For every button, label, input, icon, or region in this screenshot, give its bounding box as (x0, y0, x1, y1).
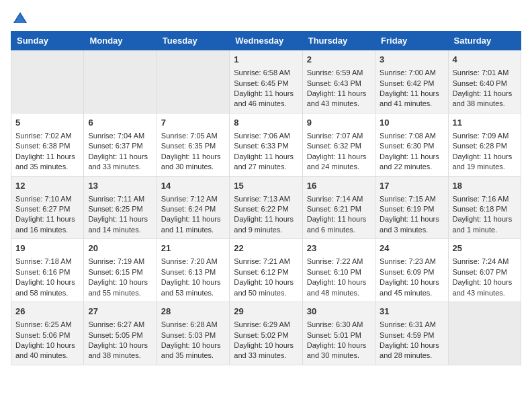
logo-icon (12, 11, 28, 27)
calendar-table: SundayMondayTuesdayWednesdayThursdayFrid… (11, 31, 521, 365)
day-number: 5 (15, 117, 79, 129)
day-info: Sunrise: 6:59 AM Sunset: 6:43 PM Dayligh… (307, 68, 371, 109)
calendar-cell: 2Sunrise: 6:59 AM Sunset: 6:43 PM Daylig… (302, 50, 375, 113)
day-info: Sunrise: 7:14 AM Sunset: 6:21 PM Dayligh… (307, 194, 371, 236)
calendar-cell: 25Sunrise: 7:24 AM Sunset: 6:07 PM Dayli… (448, 239, 521, 302)
day-info: Sunrise: 7:02 AM Sunset: 6:38 PM Dayligh… (15, 131, 79, 173)
day-info: Sunrise: 7:11 AM Sunset: 6:25 PM Dayligh… (88, 194, 152, 236)
weekday-header-saturday: Saturday (448, 32, 521, 50)
calendar-cell: 31Sunrise: 6:31 AM Sunset: 4:59 PM Dayli… (375, 302, 448, 365)
day-info: Sunrise: 6:27 AM Sunset: 5:05 PM Dayligh… (88, 320, 152, 361)
day-number: 10 (380, 117, 443, 129)
day-info: Sunrise: 7:15 AM Sunset: 6:19 PM Dayligh… (380, 194, 443, 236)
calendar-cell: 23Sunrise: 7:22 AM Sunset: 6:10 PM Dayli… (302, 239, 375, 302)
day-info: Sunrise: 6:29 AM Sunset: 5:02 PM Dayligh… (234, 320, 298, 361)
calendar-cell (448, 302, 521, 365)
calendar-cell: 8Sunrise: 7:06 AM Sunset: 6:33 PM Daylig… (230, 113, 302, 176)
day-number: 15 (234, 180, 298, 192)
calendar-cell: 28Sunrise: 6:28 AM Sunset: 5:03 PM Dayli… (157, 302, 229, 365)
day-number: 14 (161, 180, 225, 192)
calendar-cell: 26Sunrise: 6:25 AM Sunset: 5:06 PM Dayli… (11, 302, 84, 365)
calendar-cell: 14Sunrise: 7:12 AM Sunset: 6:24 PM Dayli… (157, 176, 229, 239)
calendar-cell: 9Sunrise: 7:07 AM Sunset: 6:32 PM Daylig… (302, 113, 375, 176)
day-info: Sunrise: 7:16 AM Sunset: 6:18 PM Dayligh… (453, 194, 517, 236)
day-number: 31 (380, 306, 443, 318)
calendar-cell: 11Sunrise: 7:09 AM Sunset: 6:28 PM Dayli… (448, 113, 521, 176)
day-number: 29 (234, 306, 298, 318)
day-number: 12 (15, 180, 79, 192)
calendar-cell: 17Sunrise: 7:15 AM Sunset: 6:19 PM Dayli… (375, 176, 448, 239)
day-number: 2 (307, 54, 371, 66)
day-number: 20 (88, 242, 152, 255)
logo (11, 11, 28, 24)
calendar-cell: 13Sunrise: 7:11 AM Sunset: 6:25 PM Dayli… (84, 176, 157, 239)
calendar-cell: 7Sunrise: 7:05 AM Sunset: 6:35 PM Daylig… (157, 113, 229, 176)
calendar-cell: 29Sunrise: 6:29 AM Sunset: 5:02 PM Dayli… (230, 302, 302, 365)
day-number: 23 (307, 242, 371, 255)
day-number: 30 (307, 306, 371, 318)
day-number: 22 (234, 242, 298, 255)
calendar-cell: 16Sunrise: 7:14 AM Sunset: 6:21 PM Dayli… (302, 176, 375, 239)
day-number: 8 (234, 117, 298, 129)
calendar-cell: 6Sunrise: 7:04 AM Sunset: 6:37 PM Daylig… (84, 113, 157, 176)
day-info: Sunrise: 7:01 AM Sunset: 6:40 PM Dayligh… (453, 68, 517, 109)
calendar-week-3: 19Sunrise: 7:18 AM Sunset: 6:16 PM Dayli… (11, 239, 521, 302)
weekday-header-monday: Monday (84, 32, 157, 50)
weekday-header-thursday: Thursday (302, 32, 375, 50)
day-number: 6 (88, 117, 152, 129)
weekday-header-friday: Friday (375, 32, 448, 50)
calendar-cell (11, 50, 84, 113)
calendar-cell: 22Sunrise: 7:21 AM Sunset: 6:12 PM Dayli… (230, 239, 302, 302)
calendar-week-0: 1Sunrise: 6:58 AM Sunset: 6:45 PM Daylig… (11, 50, 521, 113)
calendar-cell (84, 50, 157, 113)
page-header (11, 11, 521, 24)
day-number: 18 (453, 180, 517, 192)
day-number: 27 (88, 306, 152, 318)
day-number: 26 (15, 306, 79, 318)
calendar-week-1: 5Sunrise: 7:02 AM Sunset: 6:38 PM Daylig… (11, 113, 521, 176)
calendar-header-row: SundayMondayTuesdayWednesdayThursdayFrid… (11, 32, 521, 50)
calendar-cell: 30Sunrise: 6:30 AM Sunset: 5:01 PM Dayli… (302, 302, 375, 365)
day-info: Sunrise: 6:25 AM Sunset: 5:06 PM Dayligh… (15, 320, 79, 361)
day-info: Sunrise: 7:07 AM Sunset: 6:32 PM Dayligh… (307, 131, 371, 173)
day-info: Sunrise: 7:20 AM Sunset: 6:13 PM Dayligh… (161, 257, 225, 298)
day-info: Sunrise: 7:23 AM Sunset: 6:09 PM Dayligh… (380, 257, 443, 298)
day-info: Sunrise: 7:10 AM Sunset: 6:27 PM Dayligh… (15, 194, 79, 236)
day-number: 28 (161, 306, 225, 318)
day-info: Sunrise: 7:24 AM Sunset: 6:07 PM Dayligh… (453, 257, 517, 298)
day-info: Sunrise: 7:19 AM Sunset: 6:15 PM Dayligh… (88, 257, 152, 298)
day-info: Sunrise: 6:31 AM Sunset: 4:59 PM Dayligh… (380, 320, 443, 361)
day-info: Sunrise: 6:58 AM Sunset: 6:45 PM Dayligh… (234, 68, 298, 109)
calendar-cell: 24Sunrise: 7:23 AM Sunset: 6:09 PM Dayli… (375, 239, 448, 302)
day-info: Sunrise: 7:21 AM Sunset: 6:12 PM Dayligh… (234, 257, 298, 298)
day-info: Sunrise: 7:00 AM Sunset: 6:42 PM Dayligh… (380, 68, 443, 109)
calendar-cell (157, 50, 229, 113)
calendar-cell: 10Sunrise: 7:08 AM Sunset: 6:30 PM Dayli… (375, 113, 448, 176)
weekday-header-tuesday: Tuesday (157, 32, 229, 50)
day-number: 17 (380, 180, 443, 192)
calendar-cell: 12Sunrise: 7:10 AM Sunset: 6:27 PM Dayli… (11, 176, 84, 239)
day-number: 21 (161, 242, 225, 255)
weekday-header-sunday: Sunday (11, 32, 84, 50)
day-info: Sunrise: 7:12 AM Sunset: 6:24 PM Dayligh… (161, 194, 225, 236)
calendar-cell: 3Sunrise: 7:00 AM Sunset: 6:42 PM Daylig… (375, 50, 448, 113)
day-number: 11 (453, 117, 517, 129)
day-info: Sunrise: 6:30 AM Sunset: 5:01 PM Dayligh… (307, 320, 371, 361)
day-number: 16 (307, 180, 371, 192)
calendar-cell: 4Sunrise: 7:01 AM Sunset: 6:40 PM Daylig… (448, 50, 521, 113)
day-info: Sunrise: 7:04 AM Sunset: 6:37 PM Dayligh… (88, 131, 152, 173)
calendar-cell: 15Sunrise: 7:13 AM Sunset: 6:22 PM Dayli… (230, 176, 302, 239)
day-number: 7 (161, 117, 225, 129)
calendar-cell: 19Sunrise: 7:18 AM Sunset: 6:16 PM Dayli… (11, 239, 84, 302)
calendar-cell: 21Sunrise: 7:20 AM Sunset: 6:13 PM Dayli… (157, 239, 229, 302)
calendar-week-4: 26Sunrise: 6:25 AM Sunset: 5:06 PM Dayli… (11, 302, 521, 365)
day-number: 24 (380, 242, 443, 255)
day-number: 19 (15, 242, 79, 255)
day-number: 1 (234, 54, 298, 66)
day-info: Sunrise: 6:28 AM Sunset: 5:03 PM Dayligh… (161, 320, 225, 361)
day-info: Sunrise: 7:18 AM Sunset: 6:16 PM Dayligh… (15, 257, 79, 298)
calendar-cell: 27Sunrise: 6:27 AM Sunset: 5:05 PM Dayli… (84, 302, 157, 365)
calendar-cell: 5Sunrise: 7:02 AM Sunset: 6:38 PM Daylig… (11, 113, 84, 176)
calendar-cell: 20Sunrise: 7:19 AM Sunset: 6:15 PM Dayli… (84, 239, 157, 302)
calendar-cell: 18Sunrise: 7:16 AM Sunset: 6:18 PM Dayli… (448, 176, 521, 239)
